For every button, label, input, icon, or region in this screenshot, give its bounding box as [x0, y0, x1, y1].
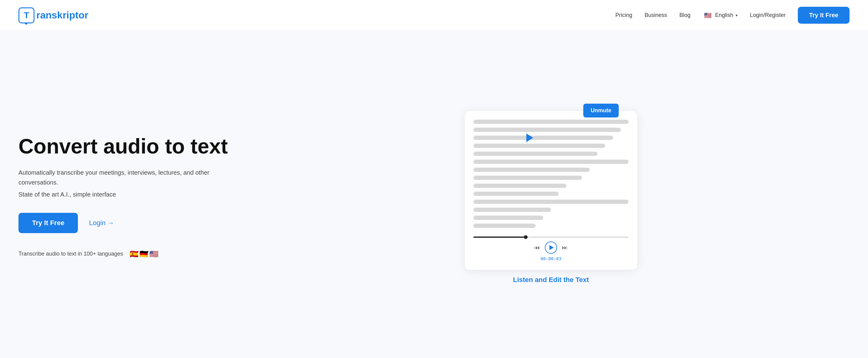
lang-row-text: Transcribe audio to text in 100+ languag…: [19, 251, 123, 257]
hero-left-content: Convert audio to text Automatically tran…: [19, 135, 234, 260]
logo-icon: T: [19, 7, 34, 23]
text-line-8: [473, 175, 582, 180]
hero-right-content: Unmute: [252, 111, 849, 284]
progress-fill: [473, 236, 528, 238]
progress-bar-area[interactable]: [473, 236, 628, 238]
text-line-3: [473, 136, 613, 140]
language-flags: 🇪🇸 🇩🇪 🇺🇸: [128, 248, 160, 260]
header: T ranskriptor Pricing Business Blog 🇺🇸 E…: [0, 0, 868, 31]
play-icon: [550, 245, 554, 250]
text-line-10: [473, 192, 559, 196]
nav-business[interactable]: Business: [645, 12, 667, 19]
rewind-button[interactable]: ⏮: [534, 245, 540, 251]
hero-title: Convert audio to text: [19, 135, 234, 158]
nav-pricing[interactable]: Pricing: [615, 12, 632, 19]
text-line-12: [473, 207, 551, 212]
text-line-13: [473, 216, 543, 220]
fast-forward-button[interactable]: ⏭: [562, 245, 567, 251]
chevron-down-icon: ▾: [736, 13, 738, 18]
logo[interactable]: T ranskriptor: [19, 7, 88, 23]
listen-edit-link[interactable]: Listen and Edit the Text: [465, 276, 637, 284]
playback-controls: ⏮ ⏭ 00:00:03: [473, 236, 628, 261]
play-position-indicator: [526, 133, 533, 142]
hero-section: Convert audio to text Automatically tran…: [0, 31, 868, 358]
hero-subtitle: State of the art A.I., simple interface: [19, 191, 234, 198]
nav-blog[interactable]: Blog: [679, 12, 690, 19]
transcript-text-lines: [473, 120, 628, 228]
text-line-1: [473, 120, 628, 124]
text-line-7: [473, 168, 590, 172]
header-try-free-button[interactable]: Try It Free: [798, 7, 849, 24]
player-card-wrapper: Unmute: [465, 111, 637, 284]
language-row: Transcribe audio to text in 100+ languag…: [19, 248, 234, 260]
language-label: English: [715, 12, 733, 19]
text-line-11: [473, 200, 628, 204]
control-buttons: ⏮ ⏭: [534, 241, 567, 254]
us-flag-icon-small: 🇺🇸: [148, 248, 160, 260]
text-line-5: [473, 152, 597, 156]
text-line-14: [473, 224, 535, 228]
logo-letter: T: [24, 10, 29, 20]
unmute-button[interactable]: Unmute: [583, 104, 619, 118]
hero-try-free-button[interactable]: Try It Free: [19, 213, 78, 233]
play-button[interactable]: [545, 241, 557, 254]
progress-dot: [524, 235, 528, 239]
text-line-4: [473, 143, 605, 148]
hero-description: Automatically transcribe your meetings, …: [19, 168, 234, 187]
nav-login-register[interactable]: Login/Register: [750, 12, 785, 19]
text-line-2: [473, 128, 621, 132]
hero-login-link[interactable]: Login →: [89, 219, 114, 227]
language-selector[interactable]: 🇺🇸 English ▾: [703, 10, 738, 20]
main-nav: Pricing Business Blog 🇺🇸 English ▾ Login…: [615, 7, 849, 24]
us-flag-icon: 🇺🇸: [703, 10, 713, 20]
hero-actions: Try It Free Login →: [19, 213, 234, 233]
text-line-6: [473, 160, 628, 164]
text-line-9: [473, 184, 566, 188]
time-display: 00:00:03: [540, 256, 561, 261]
logo-text: ranskriptor: [36, 9, 88, 21]
player-card: ⏮ ⏭ 00:00:03: [465, 111, 637, 270]
progress-track[interactable]: [473, 236, 628, 238]
